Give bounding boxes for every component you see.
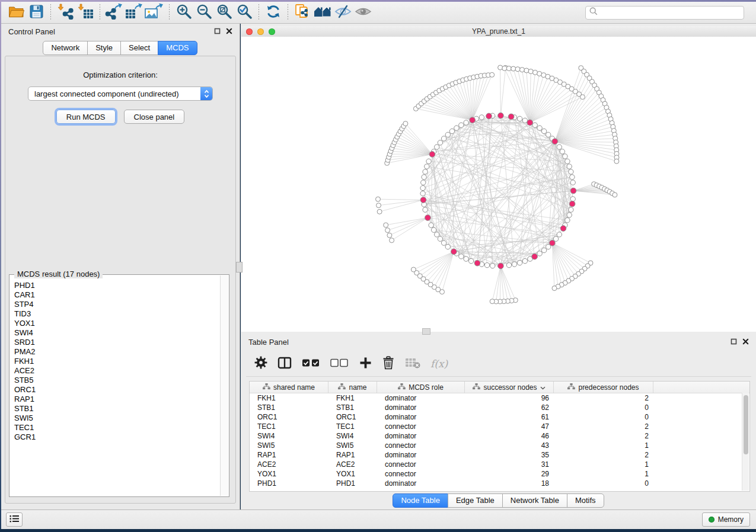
add-button[interactable] [359, 356, 372, 371]
tab-node-table[interactable]: Node Table [393, 493, 448, 508]
export-image-button[interactable] [145, 4, 165, 21]
import-network-button[interactable] [55, 4, 75, 21]
table-row[interactable]: YOX1YOX1connector291 [250, 469, 749, 479]
mcds-result-item[interactable]: GCR1 [10, 432, 221, 442]
cell-successor-nodes: 96 [465, 394, 554, 402]
column-header-name[interactable]: name [328, 382, 377, 393]
import-table-button[interactable] [75, 4, 95, 21]
criterion-dropdown[interactable]: largest connected component (undirected) [28, 86, 213, 101]
mcds-result-item[interactable]: ACE2 [10, 366, 221, 376]
mcds-result-item[interactable]: PMA2 [10, 347, 221, 357]
mcds-result-item[interactable]: TEC1 [10, 423, 221, 432]
cell-predecessor-nodes: 2 [554, 422, 653, 431]
refresh-button[interactable] [263, 4, 283, 21]
column-header-mcds-role[interactable]: MCDS role [377, 382, 465, 393]
mcds-result-item[interactable]: SRD1 [10, 338, 221, 347]
column-label: shared name [273, 383, 315, 392]
mcds-result-item[interactable]: SWI4 [10, 328, 221, 338]
mcds-result-item[interactable]: STP4 [10, 300, 221, 309]
result-scrollbar[interactable] [220, 275, 228, 496]
cell-mcds-role: dominator [377, 432, 465, 440]
table-row[interactable]: RAP1RAP1dominator352 [250, 450, 749, 460]
table-row[interactable]: PHD1PHD1dominator180 [250, 479, 749, 488]
mcds-result-item[interactable]: YOX1 [10, 319, 221, 328]
float-panel-icon[interactable] [214, 26, 221, 37]
zoom-out-button[interactable] [194, 4, 214, 21]
cell-successor-nodes: 43 [465, 441, 554, 450]
cell-name: SWI4 [328, 432, 377, 440]
mcds-result-item[interactable]: TID3 [10, 309, 221, 319]
network-window: YPA_prune.txt_1 [241, 26, 756, 332]
table-row[interactable]: SWI5SWI5connector431 [250, 441, 749, 450]
mcds-result-item[interactable]: STB5 [10, 376, 221, 385]
zoom-in-button[interactable] [174, 4, 194, 21]
toolbar-separator [169, 4, 170, 21]
table-scrollbar-thumb[interactable] [744, 395, 748, 454]
tab-mcds[interactable]: MCDS [158, 41, 197, 55]
horizontal-splitter-handle[interactable] [422, 328, 430, 335]
settings-button[interactable] [254, 356, 267, 371]
zoom-selected-button[interactable] [234, 4, 254, 21]
mcds-result-item[interactable]: ORC1 [10, 385, 221, 395]
vertical-splitter-handle[interactable] [236, 262, 243, 273]
show-all-button[interactable] [353, 4, 373, 21]
delete-button[interactable] [382, 356, 395, 371]
tab-select[interactable]: Select [120, 41, 158, 55]
mcds-result-item[interactable]: STB1 [10, 404, 221, 414]
deselect-all-button[interactable] [330, 356, 349, 371]
table-row[interactable]: TEC1TEC1connector472 [250, 422, 749, 431]
show-columns-button[interactable] [277, 356, 292, 371]
column-header-shared-name[interactable]: shared name [250, 382, 328, 393]
search-box[interactable] [585, 6, 744, 20]
graph-nodes[interactable] [376, 65, 620, 304]
mcds-result-item[interactable]: CAR1 [10, 290, 221, 300]
copy-network-button[interactable] [292, 4, 312, 21]
network-window-title: YPA_prune.txt_1 [241, 27, 756, 36]
mcds-result-item[interactable]: FKH1 [10, 357, 221, 366]
tab-style[interactable]: Style [87, 41, 121, 55]
mcds-result-item[interactable]: RAP1 [10, 395, 221, 404]
mcds-result-item[interactable]: SWI5 [10, 414, 221, 423]
open-session-button[interactable] [6, 4, 26, 21]
export-table-button[interactable] [125, 4, 145, 21]
toolbar-separator [259, 4, 259, 21]
tab-network-table[interactable]: Network Table [502, 493, 567, 508]
tab-edge-table[interactable]: Edge Table [448, 493, 503, 508]
copy-network-icon [295, 4, 311, 21]
table-row[interactable]: STB1STB1dominator620 [250, 403, 749, 412]
save-session-button[interactable] [26, 4, 46, 21]
tab-motifs[interactable]: Motifs [567, 493, 604, 508]
hide-selected-button[interactable] [333, 4, 353, 21]
column-header-predecessor-nodes[interactable]: predecessor nodes [554, 382, 653, 393]
select-all-button[interactable] [302, 356, 320, 371]
run-mcds-button[interactable]: Run MCDS [56, 110, 116, 124]
table-scrollbar[interactable] [742, 393, 749, 491]
float-panel-icon[interactable] [731, 336, 737, 347]
close-panel-icon[interactable] [226, 26, 232, 37]
cell-predecessor-nodes: 0 [554, 413, 653, 421]
tab-network[interactable]: Network [43, 41, 88, 55]
zoom-fit-button[interactable] [214, 4, 234, 21]
node-table: shared name name MCDS role successor nod… [249, 381, 750, 492]
shared-column-icon [398, 383, 406, 392]
network-canvas[interactable] [241, 37, 756, 332]
memory-status-dot [709, 517, 714, 523]
column-header-successor-nodes[interactable]: successor nodes [465, 382, 554, 393]
memory-button[interactable]: Memory [702, 512, 750, 527]
search-input[interactable] [598, 7, 744, 18]
task-history-button[interactable] [6, 512, 23, 527]
close-panel-button[interactable]: Close panel [124, 110, 185, 124]
table-row[interactable]: ORC1ORC1dominator610 [250, 412, 749, 422]
cell-shared-name: SWI5 [250, 441, 328, 450]
close-panel-icon[interactable] [742, 336, 749, 347]
table-row[interactable]: ACE2ACE2connector311 [250, 460, 749, 469]
cell-successor-nodes: 31 [465, 460, 554, 469]
delete-icon [382, 356, 394, 372]
network-graph [241, 37, 756, 332]
table-row[interactable]: SWI4SWI4dominator462 [250, 431, 749, 441]
mcds-result-item[interactable]: PHD1 [10, 281, 221, 290]
column-label: name [349, 383, 366, 392]
first-neighbors-button[interactable] [312, 4, 333, 21]
table-row[interactable]: FKH1FKH1dominator962 [250, 393, 749, 403]
export-network-button[interactable] [104, 4, 125, 21]
